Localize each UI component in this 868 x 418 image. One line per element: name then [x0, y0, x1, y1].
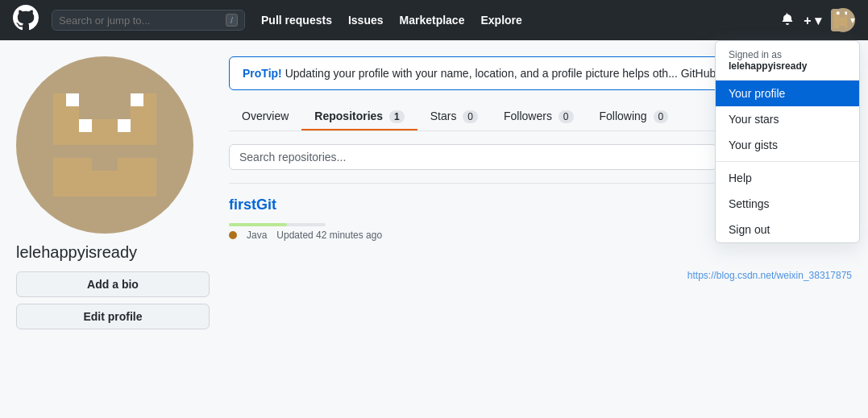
slash-badge: / — [226, 14, 238, 27]
svg-rect-6 — [834, 23, 840, 29]
tab-followers[interactable]: Followers 0 — [491, 103, 586, 130]
profile-sidebar: lelehappyisready Add a bio Edit profile — [16, 56, 210, 336]
repo-language-bar — [229, 223, 326, 226]
user-avatar-button[interactable]: ▾ — [831, 8, 855, 32]
tab-repositories[interactable]: Repositories 1 — [301, 103, 417, 130]
navbar-right: + ▾ ▾ — [781, 8, 855, 32]
language-dot — [229, 231, 237, 239]
svg-rect-5 — [845, 12, 848, 15]
new-item-icon[interactable]: + ▾ — [804, 13, 821, 28]
svg-rect-14 — [53, 119, 156, 145]
nav-pull-requests[interactable]: Pull requests — [261, 14, 332, 27]
nav-explore[interactable]: Explore — [480, 14, 521, 27]
dropdown-your-profile[interactable]: Your profile — [716, 81, 859, 106]
dropdown-settings[interactable]: Settings — [716, 191, 859, 217]
svg-rect-8 — [840, 23, 845, 27]
svg-rect-15 — [79, 119, 92, 132]
dropdown-your-stars[interactable]: Your stars — [716, 106, 859, 132]
tab-overview[interactable]: Overview — [229, 103, 301, 130]
svg-rect-19 — [79, 171, 131, 197]
dropdown-your-gists[interactable]: Your gists — [716, 132, 859, 158]
navbar: / Pull requests Issues Marketplace Explo… — [0, 0, 868, 40]
signed-in-label: Signed in as — [729, 49, 782, 60]
search-bar[interactable]: / — [52, 10, 245, 31]
search-input[interactable] — [59, 14, 204, 27]
dropdown-divider — [716, 161, 859, 162]
navbar-links: Pull requests Issues Marketplace Explore — [261, 14, 522, 27]
repo-language: Java — [247, 230, 267, 241]
profile-avatar — [16, 56, 193, 234]
repo-name-link[interactable]: firstGit — [229, 197, 276, 213]
watermark: https://blog.csdn.net/weixin_38317875 — [229, 270, 852, 281]
dropdown-sign-out[interactable]: Sign out — [716, 217, 859, 242]
nav-issues[interactable]: Issues — [348, 14, 384, 27]
github-logo[interactable] — [13, 5, 39, 35]
bell-icon[interactable] — [781, 12, 794, 29]
profile-username: lelehappyisready — [16, 243, 210, 262]
protip-label: ProTip! — [243, 67, 282, 80]
edit-profile-button[interactable]: Edit profile — [16, 304, 210, 329]
svg-rect-7 — [845, 23, 848, 29]
user-dropdown-menu: Signed in as lelehappyisready Your profi… — [715, 40, 860, 243]
dropdown-header: Signed in as lelehappyisready — [716, 41, 859, 81]
tab-stars[interactable]: Stars 0 — [417, 103, 491, 130]
svg-rect-4 — [837, 12, 840, 15]
svg-rect-13 — [131, 93, 143, 106]
repo-bar-fill — [229, 223, 287, 226]
svg-rect-12 — [66, 93, 79, 106]
nav-marketplace[interactable]: Marketplace — [400, 14, 465, 27]
dropdown-help[interactable]: Help — [716, 165, 859, 191]
svg-rect-16 — [118, 119, 131, 132]
add-bio-button[interactable]: Add a bio — [16, 271, 210, 297]
svg-rect-3 — [834, 18, 848, 23]
tab-following[interactable]: Following 0 — [587, 103, 682, 130]
repo-search-input[interactable] — [229, 144, 717, 170]
repo-updated: Updated 42 minutes ago — [276, 230, 382, 241]
dropdown-username: lelehappyisready — [729, 60, 846, 72]
